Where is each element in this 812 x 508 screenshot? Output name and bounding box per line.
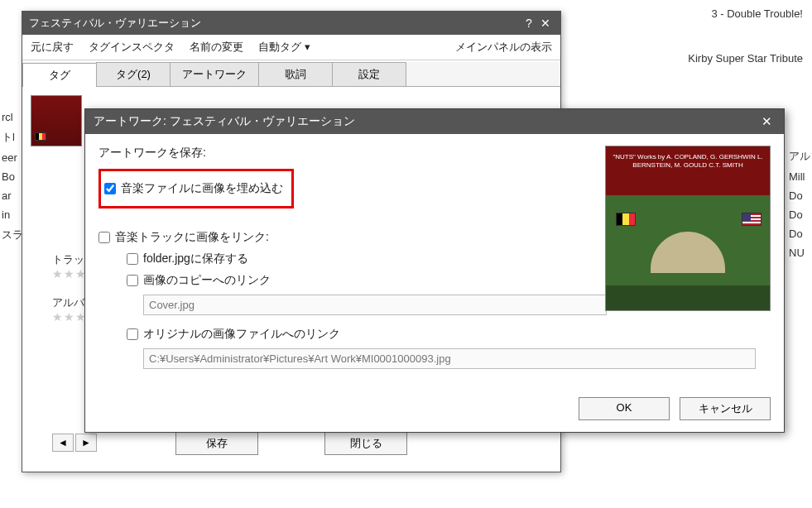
bg-text: Kirby Super Star Tribute	[681, 50, 810, 67]
artwork-dialog-footer: OK キャンセル	[85, 389, 784, 432]
artwork-preview: "NUTS" Works by A. COPLAND, G. GERSHWIN …	[605, 146, 771, 311]
close-icon[interactable]: ✕	[758, 114, 776, 129]
link-original-option[interactable]: オリジナルの画像ファイルへのリンク	[127, 325, 771, 343]
embed-image-label: 音楽ファイルに画像を埋め込む	[121, 181, 283, 196]
arch-graphic	[651, 232, 725, 273]
artwork-save-dialog: アートワーク: フェスティバル・ヴァリエーション ✕ アートワークを保存: 音楽…	[84, 108, 785, 433]
link-image-label: 音楽トラックに画像をリンク:	[115, 230, 269, 245]
artwork-thumbnail[interactable]	[31, 95, 82, 146]
embed-image-option[interactable]: 音楽ファイルに画像を埋め込む	[104, 180, 283, 198]
cancel-button[interactable]: キャンセル	[680, 397, 771, 420]
help-icon[interactable]: ?	[521, 17, 537, 30]
link-copy-label: 画像のコピーへのリンク	[143, 273, 271, 288]
undo-button[interactable]: 元に戻す	[31, 40, 74, 55]
tab-settings[interactable]: 設定	[332, 62, 406, 86]
bg-text: Do	[789, 205, 810, 224]
ok-button[interactable]: OK	[579, 397, 670, 420]
artwork-dialog-title: アートワーク: フェスティバル・ヴァリエーション	[94, 114, 758, 129]
tab-tag[interactable]: タグ	[22, 63, 97, 87]
main-panel-button[interactable]: メインパネルの表示	[455, 40, 552, 55]
link-copy-checkbox[interactable]	[127, 275, 138, 286]
highlighted-option: 音楽ファイルに画像を埋め込む	[98, 169, 294, 208]
artwork-dialog-titlebar[interactable]: アートワーク: フェスティバル・ヴァリエーション ✕	[85, 109, 784, 134]
dialog-title: フェスティバル・ヴァリエーション	[29, 16, 521, 31]
flag-icon	[35, 132, 46, 141]
rename-button[interactable]: 名前の変更	[190, 40, 243, 55]
original-path-input[interactable]	[143, 348, 756, 369]
dialog-buttons: 保存 閉じる	[22, 432, 560, 455]
close-icon[interactable]: ✕	[537, 17, 554, 30]
link-original-checkbox[interactable]	[127, 328, 138, 340]
auto-tag-button[interactable]: 自動タグ ▾	[258, 40, 310, 55]
tab-lyrics[interactable]: 歌詞	[258, 62, 333, 86]
tag-inspector-button[interactable]: タグインスペクタ	[89, 40, 175, 55]
tab-tag2[interactable]: タグ(2)	[96, 62, 171, 86]
bg-text: Mill	[789, 167, 810, 186]
bg-text: アル	[789, 146, 810, 167]
bg-text: 3 - Double Trouble!	[704, 5, 810, 22]
tab-artwork[interactable]: アートワーク	[170, 62, 259, 86]
artwork-dialog-body: アートワークを保存: 音楽ファイルに画像を埋め込む 音楽トラックに画像をリンク:…	[85, 134, 784, 389]
link-original-label: オリジナルの画像ファイルへのリンク	[143, 327, 340, 342]
bg-text: NU	[789, 243, 810, 262]
link-image-checkbox[interactable]	[98, 232, 110, 243]
bg-text: Do	[789, 224, 810, 243]
copy-filename-input[interactable]	[143, 295, 607, 315]
save-button[interactable]: 保存	[175, 432, 258, 455]
embed-image-checkbox[interactable]	[104, 183, 116, 194]
tab-bar: タグ タグ(2) アートワーク 歌詞 設定	[22, 62, 560, 87]
usa-flag-icon	[742, 213, 762, 226]
folder-jpg-checkbox[interactable]	[127, 253, 138, 265]
close-button[interactable]: 閉じる	[324, 432, 407, 455]
bg-text: Do	[789, 186, 810, 205]
titlebar[interactable]: フェスティバル・ヴァリエーション ? ✕	[22, 12, 560, 35]
bg-right-list: アル Mill Do Do Do NU	[789, 146, 810, 262]
folder-jpg-label: folder.jpgに保存する	[143, 252, 248, 266]
artwork-text: "NUTS" Works by A. COPLAND, G. GERSHWIN …	[606, 146, 770, 170]
belgium-flag-icon	[616, 213, 636, 226]
toolbar: 元に戻す タグインスペクタ 名前の変更 自動タグ ▾ メインパネルの表示	[22, 35, 560, 60]
